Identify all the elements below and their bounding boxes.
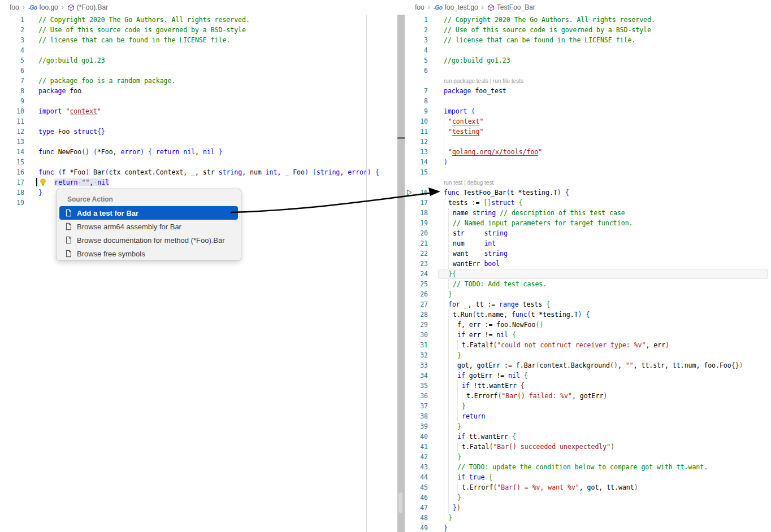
code-line-text[interactable] xyxy=(38,137,405,147)
code-line-text[interactable]: ) xyxy=(444,157,771,167)
indent-guide xyxy=(444,269,444,279)
indent-guide xyxy=(444,401,444,411)
code-line-text[interactable]: } xyxy=(444,523,771,532)
code-line-text[interactable]: import "context" xyxy=(38,106,405,116)
menu-item[interactable]: Browse free symbols xyxy=(59,247,238,260)
code-line-text[interactable]: num int xyxy=(444,238,771,248)
code-line: 35if !tt.wantErr { xyxy=(405,381,771,391)
indent-guide xyxy=(453,452,453,462)
code-line: 2// Use of this source code is governed … xyxy=(405,25,771,35)
code-line-text[interactable]: //go:build go1.23 xyxy=(444,55,771,66)
indent-guide xyxy=(448,320,449,330)
line-number: 35 xyxy=(405,381,428,391)
code-line-text[interactable]: import ( xyxy=(444,106,771,116)
code-area[interactable]: 1// Copyright 2020 The Go Authors. All r… xyxy=(405,0,771,532)
code-line-text[interactable]: t.Errorf("Bar() = %v, want %v", got, tt.… xyxy=(444,482,771,492)
code-line-text[interactable]: } xyxy=(444,401,771,411)
scrollbar-thumb[interactable] xyxy=(399,492,402,513)
code-line-text[interactable]: // license that can be found in the LICE… xyxy=(444,35,771,45)
code-line-text[interactable]: } xyxy=(444,421,771,431)
code-line-text[interactable]: } xyxy=(444,452,771,462)
code-line: 30if err != nil { xyxy=(405,330,771,340)
code-line-text[interactable]: tests := []struct { xyxy=(444,198,771,208)
code-line-text[interactable]: // Use of this source code is governed b… xyxy=(444,25,771,35)
menu-item[interactable]: Add a test for Bar xyxy=(59,206,238,220)
code-line-text[interactable]: want string xyxy=(444,248,771,259)
code-line-text[interactable] xyxy=(38,66,405,76)
indent-guide xyxy=(453,431,453,442)
code-line-text[interactable]: if !tt.wantErr { xyxy=(444,381,771,391)
indent-guide xyxy=(444,370,444,381)
indent-guide xyxy=(444,472,444,482)
code-line-text[interactable]: return·"",·nil xyxy=(38,177,405,187)
indent-guide xyxy=(453,482,453,492)
code-line-text[interactable]: "testing" xyxy=(444,127,771,137)
code-line-text[interactable]: "golang.org/x/tools/foo" xyxy=(444,147,771,157)
code-line-text[interactable]: // TODO: update the condition below to c… xyxy=(444,462,771,472)
code-line-text[interactable] xyxy=(38,116,405,127)
code-line: 36t.Errorf("Bar() failed: %v", gotErr) xyxy=(405,391,771,401)
indent-guide xyxy=(457,482,458,492)
line-number: 23 xyxy=(405,259,428,269)
code-line-text[interactable] xyxy=(444,66,771,76)
code-line-text[interactable]: for _, tt := range tests { xyxy=(444,299,771,309)
code-line-text[interactable]: //go:build go1.23 xyxy=(38,55,405,66)
column-ruler xyxy=(366,15,367,532)
code-line-text[interactable]: wantErr bool xyxy=(444,259,771,269)
code-line-text[interactable]: func TestFoo_Bar(t *testing.T) { xyxy=(444,187,771,198)
code-line-text[interactable]: type Foo struct{} xyxy=(38,127,405,137)
code-line-text[interactable]: return xyxy=(444,411,771,421)
code-line-text[interactable]: // package foo is a random package. xyxy=(38,76,405,86)
editor-scrollbar[interactable] xyxy=(397,15,405,532)
code-line-text[interactable]: func NewFoo() (*Foo, error) { return nil… xyxy=(38,147,405,157)
menu-item[interactable]: Browse arm64 assembly for Bar xyxy=(59,220,238,233)
code-line-text[interactable]: name string // description of this test … xyxy=(444,208,771,218)
code-line-text[interactable]: // Use of this source code is governed b… xyxy=(38,25,405,35)
code-line-text[interactable] xyxy=(444,45,771,55)
code-line-text[interactable]: got, gotErr := f.Bar(context.Background(… xyxy=(444,360,771,370)
code-line-text[interactable]: // TODO: Add test cases. xyxy=(444,279,771,289)
code-line-text[interactable]: t.Run(tt.name, func(t *testing.T) { xyxy=(444,309,771,320)
code-line-text[interactable]: // Named input parameters for target fun… xyxy=(444,218,771,228)
code-line-text[interactable] xyxy=(38,45,405,55)
code-line-text[interactable] xyxy=(444,96,771,106)
codelens-commands[interactable]: run package tests | run file tests xyxy=(444,76,523,86)
code-line-text[interactable]: str string xyxy=(444,228,771,238)
code-line-text[interactable]: // Copyright 2020 The Go Authors. All ri… xyxy=(444,15,771,25)
code-line-text[interactable] xyxy=(38,96,405,106)
code-line-text[interactable]: package foo_test xyxy=(444,86,771,96)
code-line-text[interactable]: func (f *Foo) Bar(ctx context.Context, _… xyxy=(38,167,405,177)
code-line-text[interactable]: if gotErr != nil { xyxy=(444,370,771,381)
code-line-text[interactable]: t.Fatalf("could not contruct receiver ty… xyxy=(444,340,771,350)
code-line-text[interactable]: } xyxy=(444,289,771,299)
lightbulb-icon[interactable] xyxy=(40,178,46,186)
code-line-text[interactable] xyxy=(444,137,771,147)
code-line-text[interactable]: } xyxy=(444,350,771,360)
code-line-text[interactable]: // Copyright 2020 The Go Authors. All ri… xyxy=(38,15,405,25)
run-test-icon[interactable] xyxy=(406,189,413,196)
codelens-commands[interactable]: run test | debug test xyxy=(444,178,493,188)
code-line-text[interactable]: // license that can be found in the LICE… xyxy=(38,35,405,45)
indent-guide xyxy=(444,320,444,330)
line-number: 2 xyxy=(0,25,24,35)
code-line-text[interactable]: }{ xyxy=(444,269,771,279)
code-line-text[interactable]: f, err := foo.NewFoo() xyxy=(444,320,771,330)
code-line-text[interactable]: if err != nil { xyxy=(444,330,771,340)
code-line-text[interactable]: if tt.wantErr { xyxy=(444,431,771,442)
code-line: 1// Copyright 2020 The Go Authors. All r… xyxy=(0,15,405,25)
line-number: 41 xyxy=(405,442,428,452)
code-line-text[interactable]: "context" xyxy=(444,116,771,127)
code-line-text[interactable]: t.Fatal("Bar() succeeded unexpectedly") xyxy=(444,442,771,452)
code-line-text[interactable]: t.Errorf("Bar() failed: %v", gotErr) xyxy=(444,391,771,401)
indent-guide xyxy=(448,309,449,320)
code-line-text[interactable]: }) xyxy=(444,503,771,513)
code-line-text[interactable]: } xyxy=(444,492,771,503)
code-line-text[interactable]: package foo xyxy=(38,86,405,96)
code-line-text[interactable] xyxy=(444,167,771,177)
code-line-text[interactable]: } xyxy=(444,513,771,523)
menu-item[interactable]: Browse documentation for method (*Foo).B… xyxy=(59,233,238,247)
code-area[interactable]: 1// Copyright 2020 The Go Authors. All r… xyxy=(0,0,405,532)
code-line-text[interactable]: if true { xyxy=(444,472,771,482)
code-line-text[interactable] xyxy=(38,157,405,167)
code-line: 34if gotErr != nil { xyxy=(405,370,771,381)
